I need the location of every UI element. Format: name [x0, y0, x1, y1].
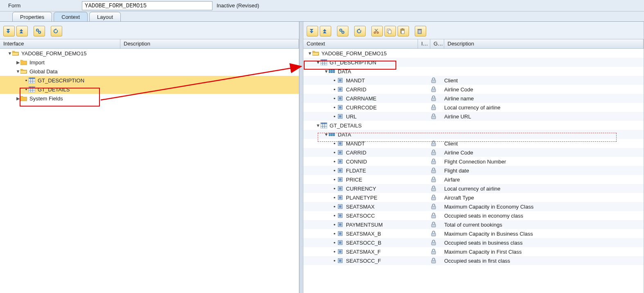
field-row[interactable]: CURRCODELocal currency of airline [303, 103, 644, 112]
folder-open-icon [20, 68, 27, 75]
delete-button[interactable] [415, 26, 426, 36]
chevron-down-icon[interactable]: ▼ [307, 51, 312, 56]
field-row[interactable]: CURRENCYLocal currency of airline [303, 184, 644, 193]
svg-rect-58 [339, 142, 341, 145]
interface-root[interactable]: ▼YADOBE_FORM_DEMO15 [0, 49, 299, 58]
field-desc: Maximum Capacity in Business Class [444, 231, 533, 237]
lock-icon [430, 203, 437, 210]
svg-rect-82 [339, 214, 341, 217]
lock-icon [430, 221, 437, 228]
field-row[interactable]: PAYMENTSUMTotal of current bookings [303, 220, 644, 229]
svg-point-1 [38, 31, 41, 33]
paste-button[interactable] [398, 26, 409, 36]
field-row[interactable]: SEATSMAX_BMaximum Capacity in Business C… [303, 229, 644, 238]
field-icon [337, 149, 343, 156]
col-context[interactable]: Context [303, 39, 418, 48]
chevron-down-icon[interactable]: ▼ [324, 132, 329, 137]
svg-point-13 [342, 31, 344, 33]
field-row[interactable]: PRICEAirfare [303, 175, 644, 184]
field-row[interactable]: CARRIDAirline Code [303, 85, 644, 94]
paste-icon [399, 28, 406, 34]
collapse-all-icon [321, 28, 328, 34]
form-name-input[interactable]: YADOBE_FORM_DEMO15 [82, 1, 212, 10]
tab-layout[interactable]: Layout [89, 12, 121, 21]
lock-icon [430, 230, 437, 237]
structure-icon [329, 131, 335, 138]
context-tree[interactable]: ▼YADOBE_FORM_DEMO15 ▼GT_DESCRIPTION ▼DAT… [303, 49, 644, 293]
field-icon [337, 113, 343, 120]
field-row[interactable]: CARRIDAirline Code [303, 148, 644, 157]
chevron-down-icon[interactable]: ▼ [324, 69, 329, 74]
field-row[interactable]: SEATSOCCOccupied seats in economy class [303, 211, 644, 220]
col-interface[interactable]: Interface [0, 39, 120, 48]
col-i[interactable]: I… [418, 39, 430, 48]
svg-point-12 [340, 29, 342, 31]
node-import[interactable]: ▶Import [0, 58, 299, 67]
tabstrip: Properties Context Layout [0, 11, 644, 21]
expand-all-button[interactable] [3, 26, 15, 36]
svg-rect-56 [333, 133, 335, 136]
interface-tree[interactable]: ▼YADOBE_FORM_DEMO15 ▶Import ▼Global Data… [0, 49, 299, 293]
field-icon [337, 140, 343, 147]
tab-properties[interactable]: Properties [12, 12, 52, 21]
lock-icon [430, 194, 437, 201]
context-table-desc[interactable]: ▼GT_DESCRIPTION [303, 58, 644, 67]
svg-rect-94 [339, 250, 341, 253]
node-global-data[interactable]: ▼Global Data [0, 67, 299, 76]
find-button[interactable] [337, 26, 348, 36]
context-data-det[interactable]: ▼DATA [303, 130, 644, 139]
bullet-icon [332, 240, 337, 246]
context-data-desc[interactable]: ▼DATA [303, 67, 644, 76]
cut-button[interactable] [371, 26, 383, 36]
field-desc: Airfare [444, 177, 460, 183]
field-row[interactable]: URLAirline URL [303, 112, 644, 121]
lock-icon [430, 95, 437, 102]
field-row[interactable]: SEATSOCC_BOccupied seats in business cla… [303, 238, 644, 247]
node-gt-description[interactable]: GT_DESCRIPTION [0, 76, 299, 85]
context-root[interactable]: ▼YADOBE_FORM_DEMO15 [303, 49, 644, 58]
refresh-button[interactable] [354, 26, 366, 36]
field-name: SEATSMAX_F [345, 249, 381, 255]
node-label: Global Data [29, 68, 58, 75]
chevron-down-icon[interactable]: ▼ [16, 69, 20, 74]
node-label: GT_DESCRIPTION [37, 77, 84, 84]
bullet-icon [332, 249, 337, 255]
field-name: SEATSOCC_F [345, 258, 381, 264]
chevron-down-icon[interactable]: ▼ [7, 51, 12, 56]
field-desc: Maximum Capacity in Economy Class [444, 204, 533, 210]
node-label: GT_DETAILS [37, 86, 70, 93]
col-g[interactable]: G… [430, 39, 444, 48]
context-table-det[interactable]: ▼GT_DETAILS [303, 121, 644, 130]
field-row[interactable]: SEATSMAX_FMaximum Capacity in First Clas… [303, 247, 644, 256]
field-row[interactable]: MANDTClient [303, 139, 644, 148]
col-description[interactable]: Description [120, 39, 299, 48]
field-icon [337, 248, 343, 255]
field-row[interactable]: MANDTClient [303, 76, 644, 85]
chevron-right-icon[interactable]: ▶ [16, 60, 20, 65]
field-row[interactable]: PLANETYPEAircraft Type [303, 193, 644, 202]
chevron-down-icon[interactable]: ▼ [316, 123, 321, 128]
refresh-button[interactable] [51, 26, 62, 36]
expand-all-button[interactable] [307, 26, 318, 36]
copy-button[interactable] [384, 26, 396, 36]
field-icon [337, 212, 343, 219]
find-button[interactable] [34, 26, 45, 36]
field-row[interactable]: CARRNAMEAirline name [303, 94, 644, 103]
node-gt-details[interactable]: GT_DETAILS [0, 85, 299, 94]
chevron-down-icon[interactable]: ▼ [316, 60, 321, 65]
chevron-right-icon[interactable]: ▶ [16, 96, 20, 101]
form-header: Form YADOBE_FORM_DEMO15 Inactive (Revise… [0, 0, 644, 11]
field-row[interactable]: CONNIDFlight Connection Number [303, 157, 644, 166]
splitter[interactable] [299, 22, 303, 293]
bullet-icon [332, 177, 337, 183]
field-row[interactable]: SEATSMAXMaximum Capacity in Economy Clas… [303, 202, 644, 211]
collapse-all-button[interactable] [16, 26, 28, 36]
tab-context[interactable]: Context [54, 12, 88, 21]
bullet-icon [332, 114, 337, 120]
field-row[interactable]: FLDATEFlight date [303, 166, 644, 175]
field-row[interactable]: SEATSOCC_FOccupied seats in first class [303, 256, 644, 265]
svg-rect-32 [331, 70, 332, 73]
col-description[interactable]: Description [444, 39, 644, 48]
collapse-all-button[interactable] [320, 26, 331, 36]
node-system-fields[interactable]: ▶System Fields [0, 94, 299, 103]
